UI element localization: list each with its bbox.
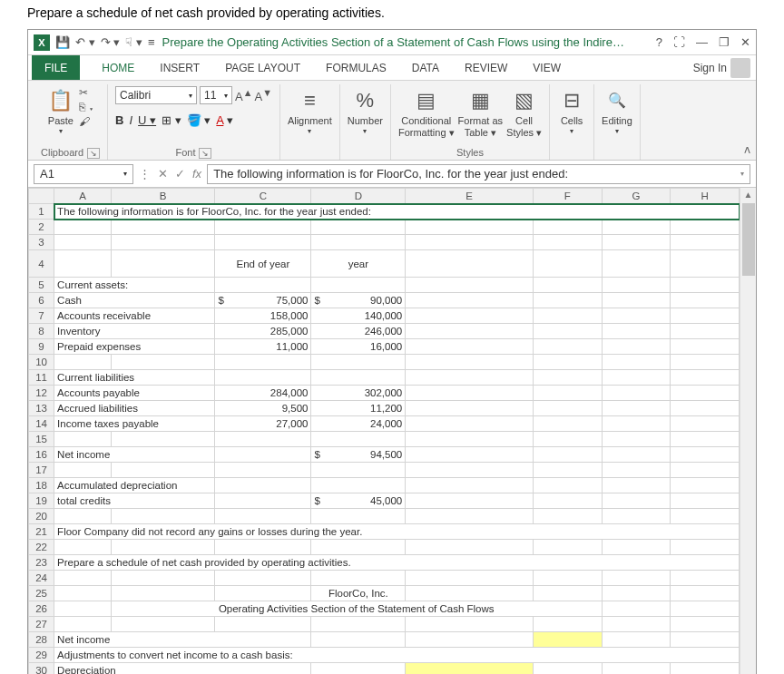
- cell[interactable]: [406, 235, 534, 250]
- cell[interactable]: [671, 386, 740, 401]
- select-all-cell[interactable]: [29, 189, 54, 204]
- worksheet[interactable]: A B C D E F G H 1The following informati…: [28, 188, 740, 674]
- cell[interactable]: [602, 540, 671, 555]
- name-box[interactable]: A1▾: [34, 164, 133, 184]
- cell[interactable]: [406, 339, 534, 355]
- row-header[interactable]: 20: [29, 509, 54, 524]
- tab-file[interactable]: FILE: [32, 55, 80, 80]
- number-icon[interactable]: %: [350, 86, 379, 115]
- cell[interactable]: Accounts receivable: [54, 308, 215, 324]
- cell[interactable]: [671, 586, 740, 601]
- cell[interactable]: [311, 663, 406, 675]
- col-header-G[interactable]: G: [602, 189, 671, 204]
- cell[interactable]: End of year: [215, 250, 311, 278]
- cell[interactable]: 11,200: [311, 401, 406, 416]
- cell[interactable]: Operating Activities Section of the Stat…: [111, 601, 602, 617]
- cut-icon[interactable]: ✂: [79, 86, 94, 99]
- tab-page-layout[interactable]: PAGE LAYOUT: [212, 55, 313, 80]
- cancel-formula-icon[interactable]: ✕: [158, 167, 168, 181]
- cell[interactable]: [533, 509, 602, 524]
- row-header[interactable]: 17: [29, 463, 54, 478]
- cell[interactable]: [602, 220, 671, 235]
- cell[interactable]: [406, 250, 534, 278]
- cell[interactable]: [533, 586, 602, 601]
- cell[interactable]: [671, 509, 740, 524]
- cell[interactable]: Accumulated depreciation: [54, 478, 215, 493]
- underline-button[interactable]: U ▾: [138, 113, 156, 127]
- row-header[interactable]: 25: [29, 586, 54, 601]
- cell[interactable]: [533, 278, 602, 293]
- cell[interactable]: [54, 235, 112, 250]
- border-icon[interactable]: ⊞ ▾: [162, 113, 181, 127]
- font-dialog-icon[interactable]: ↘: [199, 148, 211, 159]
- cell[interactable]: [671, 617, 740, 632]
- cell[interactable]: [54, 355, 112, 370]
- cell[interactable]: [533, 663, 602, 675]
- cell[interactable]: [602, 493, 671, 509]
- tab-formulas[interactable]: FORMULAS: [313, 55, 399, 80]
- cell[interactable]: [311, 235, 406, 250]
- bold-button[interactable]: B: [115, 113, 123, 127]
- cell[interactable]: [111, 235, 215, 250]
- cell[interactable]: [54, 250, 112, 278]
- restore-icon[interactable]: ❐: [719, 35, 730, 49]
- cell[interactable]: [111, 250, 215, 278]
- cell[interactable]: [602, 339, 671, 355]
- cell[interactable]: [602, 416, 671, 432]
- cell[interactable]: [406, 416, 534, 432]
- cell[interactable]: [111, 571, 215, 586]
- editing-button[interactable]: 🔍Editing▾: [602, 86, 632, 136]
- cell[interactable]: [671, 220, 740, 235]
- cell[interactable]: [406, 586, 534, 601]
- cell[interactable]: [671, 663, 740, 675]
- grow-font-icon[interactable]: A▲: [235, 87, 252, 103]
- cell[interactable]: [602, 586, 671, 601]
- cell[interactable]: [54, 617, 112, 632]
- cell[interactable]: [671, 235, 740, 250]
- row-header[interactable]: 14: [29, 416, 54, 432]
- cell[interactable]: [533, 540, 602, 555]
- cell[interactable]: [215, 220, 311, 235]
- row-header[interactable]: 10: [29, 355, 54, 370]
- row-header[interactable]: 16: [29, 447, 54, 463]
- cell[interactable]: [671, 324, 740, 339]
- cell[interactable]: $90,000: [311, 293, 406, 308]
- cell[interactable]: [311, 478, 406, 493]
- tab-home[interactable]: HOME: [89, 55, 147, 80]
- cell[interactable]: [406, 571, 534, 586]
- enter-formula-icon[interactable]: ✓: [175, 167, 185, 181]
- ribbon-display-icon[interactable]: ⛶: [673, 35, 685, 49]
- cell[interactable]: [533, 632, 602, 648]
- cell[interactable]: [406, 463, 534, 478]
- cell[interactable]: [533, 293, 602, 308]
- cell[interactable]: [111, 355, 215, 370]
- font-name-select[interactable]: Calibri▾: [115, 86, 197, 104]
- cell[interactable]: [406, 447, 534, 463]
- sign-in-link[interactable]: Sign In: [693, 62, 730, 74]
- col-header-C[interactable]: C: [215, 189, 311, 204]
- format-painter-icon[interactable]: 🖌: [79, 115, 94, 128]
- cell[interactable]: [111, 220, 215, 235]
- cell[interactable]: [671, 278, 740, 293]
- row-header[interactable]: 15: [29, 432, 54, 447]
- cell[interactable]: [533, 339, 602, 355]
- cell[interactable]: [671, 601, 740, 617]
- cell[interactable]: Income taxes payable: [54, 416, 215, 432]
- cell[interactable]: $45,000: [311, 493, 406, 509]
- cell[interactable]: [671, 339, 740, 355]
- cell-styles-button[interactable]: ▧CellStyles ▾: [506, 86, 542, 139]
- cell[interactable]: [54, 220, 112, 235]
- row-header[interactable]: 26: [29, 601, 54, 617]
- collapse-ribbon-icon[interactable]: ʌ: [744, 143, 750, 156]
- cell[interactable]: [311, 617, 406, 632]
- cell[interactable]: [602, 432, 671, 447]
- cell[interactable]: Floor Company did not record any gains o…: [54, 524, 740, 540]
- cell[interactable]: [406, 432, 534, 447]
- row-header[interactable]: 22: [29, 540, 54, 555]
- cell[interactable]: [215, 463, 311, 478]
- col-header-E[interactable]: E: [406, 189, 534, 204]
- cell[interactable]: [215, 509, 311, 524]
- cell[interactable]: [602, 463, 671, 478]
- cell[interactable]: [671, 293, 740, 308]
- cell[interactable]: 11,000: [215, 339, 311, 355]
